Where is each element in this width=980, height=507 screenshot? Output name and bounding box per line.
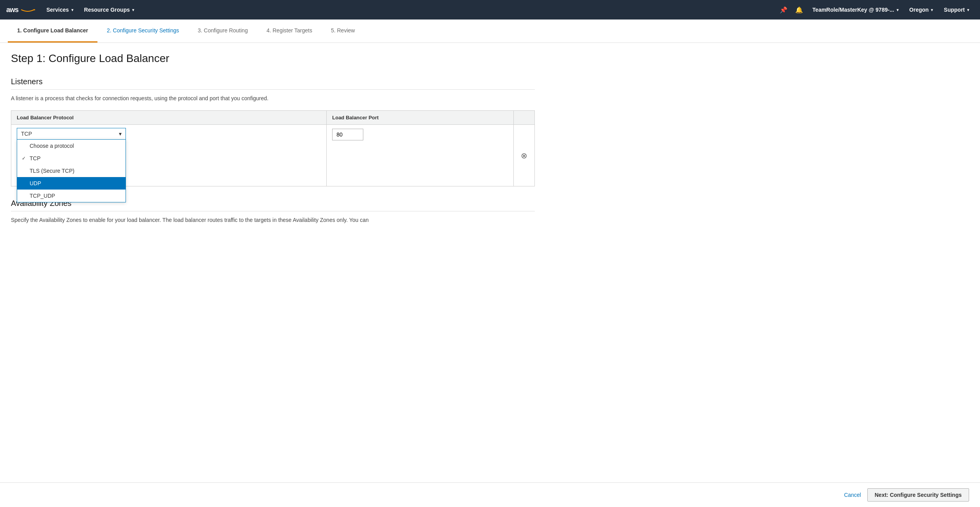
- user-menu[interactable]: TeamRole/MasterKey @ 9789-... ▾: [808, 0, 903, 20]
- page-title: Step 1: Configure Load Balancer: [11, 52, 535, 65]
- listeners-section-heading: Listeners: [11, 77, 535, 86]
- protocol-dropdown-arrow: ▾: [119, 131, 122, 137]
- support-chevron-icon: ▾: [967, 8, 969, 12]
- region-menu[interactable]: Oregon ▾: [905, 0, 938, 20]
- resource-groups-chevron-icon: ▾: [132, 8, 134, 12]
- dropdown-item-choose[interactable]: Choose a protocol: [17, 140, 126, 152]
- az-section-divider: [11, 211, 535, 211]
- check-icon: [22, 143, 27, 149]
- col-protocol-header: Load Balancer Protocol: [11, 111, 327, 125]
- protocol-select-wrapper: TCP ▾ Choose a protocol ✓ TCP: [17, 128, 95, 139]
- section-divider: [11, 89, 535, 90]
- protocol-selected-value: TCP: [21, 131, 32, 137]
- udp-check-icon: [22, 181, 27, 186]
- dropdown-item-tcp[interactable]: ✓ TCP: [17, 152, 126, 165]
- region-chevron-icon: ▾: [931, 8, 933, 12]
- services-chevron-icon: ▾: [71, 8, 73, 12]
- services-menu[interactable]: Services ▾: [42, 0, 78, 20]
- aws-logo[interactable]: aws: [6, 6, 35, 14]
- port-cell: [327, 125, 514, 186]
- az-description: Specify the Availability Zones to enable…: [11, 216, 535, 224]
- pin-button[interactable]: 📌: [777, 3, 791, 17]
- pin-icon: 📌: [780, 6, 787, 14]
- protocol-select-display[interactable]: TCP ▾: [17, 128, 126, 139]
- tab-register-targets[interactable]: 4. Register Targets: [257, 20, 322, 43]
- tab-configure-routing[interactable]: 3. Configure Routing: [188, 20, 257, 43]
- remove-row-button[interactable]: ⊗: [519, 149, 529, 162]
- tcp-check-icon: ✓: [22, 156, 27, 161]
- tab-configure-load-balancer[interactable]: 1. Configure Load Balancer: [8, 20, 97, 43]
- bell-icon: 🔔: [795, 6, 803, 14]
- main-content: Step 1: Configure Load Balancer Listener…: [0, 43, 546, 269]
- remove-cell: ⊗: [514, 125, 535, 186]
- remove-icon: ⊗: [521, 151, 527, 160]
- bell-button[interactable]: 🔔: [792, 3, 806, 17]
- listeners-description: A listener is a process that checks for …: [11, 94, 535, 103]
- top-navigation: aws Services ▾ Resource Groups ▾ 📌 🔔 Tea…: [0, 0, 980, 20]
- resource-groups-menu[interactable]: Resource Groups ▾: [80, 0, 139, 20]
- tls-check-icon: [22, 168, 27, 174]
- dropdown-item-udp[interactable]: UDP: [17, 177, 126, 190]
- protocol-dropdown-menu: Choose a protocol ✓ TCP TLS (Secure TCP): [17, 139, 126, 202]
- tab-review[interactable]: 5. Review: [322, 20, 364, 43]
- dropdown-item-tcp-udp[interactable]: TCP_UDP: [17, 190, 126, 202]
- tcp-udp-check-icon: [22, 193, 27, 199]
- svg-marker-0: [34, 9, 35, 11]
- protocol-cell: TCP ▾ Choose a protocol ✓ TCP: [11, 125, 327, 186]
- dropdown-item-tls[interactable]: TLS (Secure TCP): [17, 165, 126, 177]
- tab-configure-security-settings[interactable]: 2. Configure Security Settings: [97, 20, 188, 43]
- port-input[interactable]: [332, 129, 363, 140]
- wizard-tabs: 1. Configure Load Balancer 2. Configure …: [0, 20, 980, 43]
- support-menu[interactable]: Support ▾: [939, 0, 974, 20]
- aws-logo-text: aws: [6, 6, 18, 14]
- listeners-table: Load Balancer Protocol Load Balancer Por…: [11, 110, 535, 186]
- table-row: TCP ▾ Choose a protocol ✓ TCP: [11, 125, 535, 186]
- aws-smile-icon: [20, 7, 35, 12]
- col-port-header: Load Balancer Port: [327, 111, 514, 125]
- availability-zones-section: Availability Zones Specify the Availabil…: [11, 199, 535, 224]
- user-chevron-icon: ▾: [897, 8, 899, 12]
